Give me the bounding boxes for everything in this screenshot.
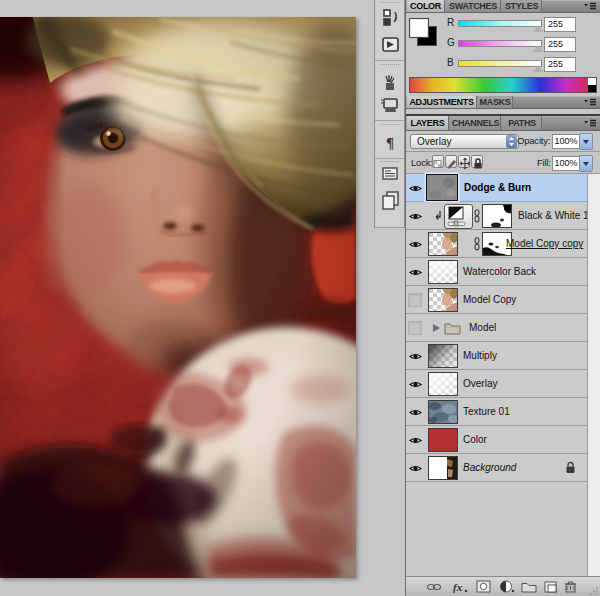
svg-text:¶: ¶ (386, 135, 394, 151)
svg-text:fx: fx (453, 581, 463, 593)
